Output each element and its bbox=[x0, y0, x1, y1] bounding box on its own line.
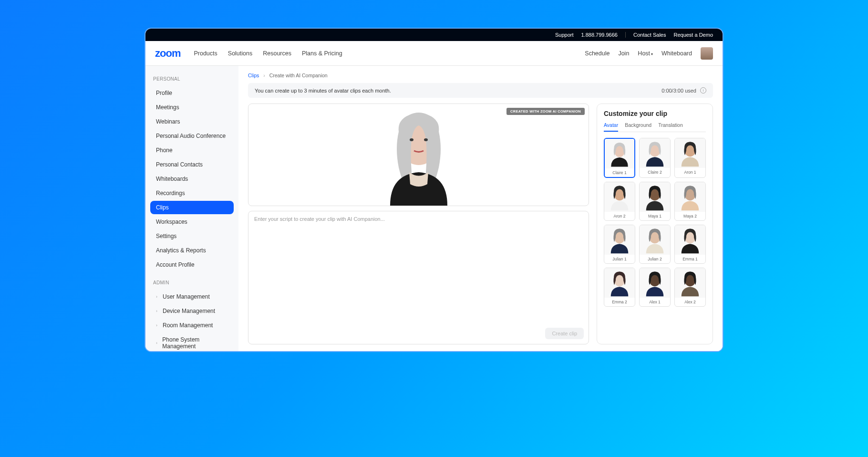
avatar-thumb bbox=[675, 225, 705, 255]
sidebar-item-clips[interactable]: Clips bbox=[150, 201, 234, 214]
main-nav: zoom ProductsSolutionsResourcesPlans & P… bbox=[145, 41, 723, 66]
sidebar-item-meetings[interactable]: Meetings bbox=[150, 101, 234, 114]
nav-action-schedule[interactable]: Schedule bbox=[585, 50, 610, 57]
avatar-option-julian-1[interactable]: Julian 1 bbox=[604, 225, 635, 264]
sidebar-item-phone[interactable]: Phone bbox=[150, 144, 234, 157]
support-link[interactable]: Support bbox=[555, 32, 574, 38]
chevron-down-icon: ▾ bbox=[651, 52, 653, 56]
avatar-thumb bbox=[604, 182, 635, 212]
breadcrumb: Clips › Create with AI Companion bbox=[248, 73, 713, 78]
chevron-right-icon: › bbox=[263, 73, 265, 78]
app-frame: Support 1.888.799.9666 Contact Sales Req… bbox=[145, 28, 723, 352]
nav-action-join[interactable]: Join bbox=[618, 50, 629, 57]
avatar-label: Alex 1 bbox=[640, 298, 670, 306]
avatar-thumb bbox=[675, 182, 705, 212]
sidebar-item-device-management[interactable]: ›Device Management bbox=[150, 304, 234, 318]
sidebar-item-recordings[interactable]: Recordings bbox=[150, 187, 234, 200]
content: PERSONAL ProfileMeetingsWebinarsPersonal… bbox=[145, 66, 723, 351]
sidebar-item-personal-audio-conference[interactable]: Personal Audio Conference bbox=[150, 129, 234, 143]
sidebar-item-account-profile[interactable]: Account Profile bbox=[150, 258, 234, 271]
sidebar-item-workspaces[interactable]: Workspaces bbox=[150, 215, 234, 228]
sidebar-item-label: Room Management bbox=[163, 322, 213, 329]
avatar-thumb bbox=[604, 225, 635, 255]
sidebar-item-webinars[interactable]: Webinars bbox=[150, 115, 234, 128]
avatar-grid: Claire 1Claire 2Aron 1Aron 2Maya 1Maya 2… bbox=[604, 138, 706, 307]
divider bbox=[625, 32, 626, 38]
customize-tabs: AvatarBackgroundTranslation bbox=[604, 122, 706, 132]
customize-title: Customize your clip bbox=[604, 110, 706, 117]
nav-link-resources[interactable]: Resources bbox=[263, 50, 291, 57]
sidebar-section-personal: PERSONAL bbox=[150, 74, 234, 83]
nav-action-host[interactable]: Host▾ bbox=[638, 50, 653, 57]
avatar-option-maya-1[interactable]: Maya 1 bbox=[639, 182, 671, 221]
nav-link-plans-pricing[interactable]: Plans & Pricing bbox=[302, 50, 342, 57]
tab-translation[interactable]: Translation bbox=[658, 122, 683, 132]
avatar-option-maya-2[interactable]: Maya 2 bbox=[674, 182, 706, 221]
avatar-option-emma-1[interactable]: Emma 1 bbox=[674, 225, 706, 264]
chevron-right-icon: › bbox=[156, 341, 159, 345]
support-phone[interactable]: 1.888.799.9666 bbox=[581, 32, 618, 38]
zoom-logo[interactable]: zoom bbox=[155, 47, 180, 60]
sidebar-item-analytics-reports[interactable]: Analytics & Reports bbox=[150, 244, 234, 257]
request-demo-link[interactable]: Request a Demo bbox=[673, 32, 713, 38]
info-icon[interactable]: i bbox=[700, 87, 706, 93]
avatar-option-emma-2[interactable]: Emma 2 bbox=[604, 268, 635, 307]
avatar-label: Maya 2 bbox=[675, 212, 705, 220]
avatar-option-julian-2[interactable]: Julian 2 bbox=[639, 225, 671, 264]
tab-avatar[interactable]: Avatar bbox=[604, 122, 618, 132]
sidebar-item-whiteboards[interactable]: Whiteboards bbox=[150, 172, 234, 186]
nav-action-whiteboard[interactable]: Whiteboard bbox=[661, 50, 692, 57]
avatar-label: Aron 2 bbox=[604, 212, 635, 220]
sidebar-item-settings[interactable]: Settings bbox=[150, 229, 234, 243]
ai-companion-badge: CREATED WITH ZOOM AI COMPANION bbox=[506, 108, 585, 115]
avatar-label: Emma 2 bbox=[604, 298, 635, 306]
avatar-label: Maya 1 bbox=[640, 212, 670, 220]
sidebar-item-profile[interactable]: Profile bbox=[150, 86, 234, 100]
main-area: Clips › Create with AI Companion You can… bbox=[238, 66, 723, 351]
avatar-option-claire-2[interactable]: Claire 2 bbox=[639, 138, 671, 178]
avatar-option-aron-1[interactable]: Aron 1 bbox=[674, 138, 706, 178]
avatar-label: Julian 1 bbox=[604, 255, 635, 263]
avatar-option-alex-2[interactable]: Alex 2 bbox=[674, 268, 706, 307]
avatar-label: Aron 1 bbox=[675, 168, 705, 177]
sidebar: PERSONAL ProfileMeetingsWebinarsPersonal… bbox=[145, 66, 238, 351]
avatar-thumb bbox=[640, 182, 670, 212]
left-column: CREATED WITH ZOOM AI COMPANION bbox=[248, 104, 589, 344]
nav-links: ProductsSolutionsResourcesPlans & Pricin… bbox=[194, 50, 585, 57]
sidebar-item-phone-system-management[interactable]: ›Phone System Management bbox=[150, 333, 234, 351]
avatar-thumb bbox=[675, 138, 705, 168]
avatar-label: Julian 2 bbox=[640, 255, 670, 263]
avatar-thumb bbox=[604, 268, 635, 298]
nav-right: ScheduleJoinHost▾Whiteboard bbox=[585, 47, 713, 60]
avatar-thumb bbox=[605, 139, 634, 168]
sidebar-item-personal-contacts[interactable]: Personal Contacts bbox=[150, 158, 234, 171]
chevron-right-icon: › bbox=[156, 294, 160, 299]
avatar-thumb bbox=[675, 268, 705, 298]
svg-point-2 bbox=[424, 138, 428, 141]
info-banner: You can create up to 3 minutes of avatar… bbox=[248, 83, 713, 98]
avatar-thumb bbox=[640, 138, 670, 168]
create-clip-button[interactable]: Create clip bbox=[545, 328, 584, 339]
script-textarea[interactable] bbox=[254, 216, 583, 339]
sidebar-item-room-management[interactable]: ›Room Management bbox=[150, 319, 234, 332]
user-avatar[interactable] bbox=[701, 47, 713, 60]
tab-background[interactable]: Background bbox=[625, 122, 651, 132]
nav-link-products[interactable]: Products bbox=[194, 50, 217, 57]
avatar-option-alex-1[interactable]: Alex 1 bbox=[639, 268, 671, 307]
nav-link-solutions[interactable]: Solutions bbox=[228, 50, 252, 57]
avatar-option-aron-2[interactable]: Aron 2 bbox=[604, 182, 635, 221]
avatar-option-claire-1[interactable]: Claire 1 bbox=[604, 138, 635, 178]
avatar-label: Alex 2 bbox=[675, 298, 705, 306]
avatar-preview-image bbox=[357, 105, 481, 206]
chevron-right-icon: › bbox=[156, 323, 160, 328]
contact-sales-link[interactable]: Contact Sales bbox=[633, 32, 666, 38]
sidebar-item-user-management[interactable]: ›User Management bbox=[150, 290, 234, 303]
sidebar-item-label: Phone System Management bbox=[162, 336, 228, 350]
script-input-box: Create clip bbox=[248, 211, 589, 344]
sidebar-section-admin: ADMIN bbox=[150, 278, 234, 287]
customize-panel: Customize your clip AvatarBackgroundTran… bbox=[597, 104, 713, 344]
breadcrumb-root[interactable]: Clips bbox=[248, 73, 259, 78]
sidebar-item-label: Device Management bbox=[163, 308, 215, 314]
usage-text: 0:00/3:00 used bbox=[661, 88, 696, 93]
avatar-thumb bbox=[640, 268, 670, 298]
